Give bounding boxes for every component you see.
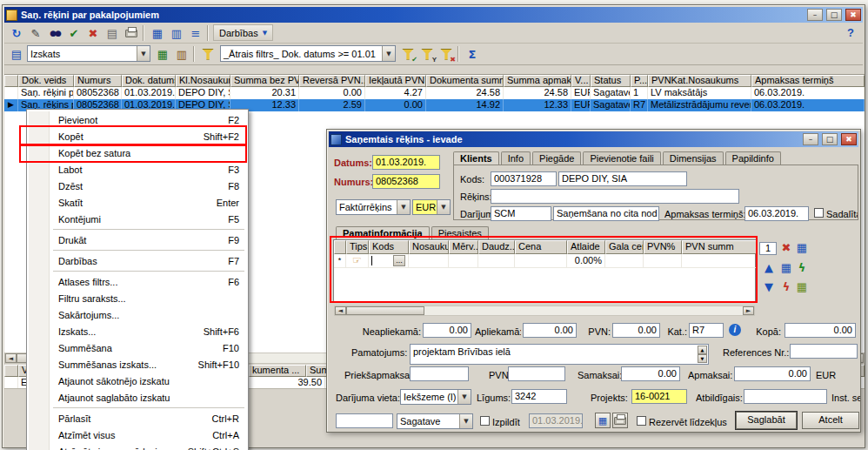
table-cell[interactable]: Metālizstrādājumu reversā PVN d... [648, 99, 751, 111]
menu-item-atlases-filtrs[interactable]: Atlases filtrs...F6 [29, 273, 246, 290]
tab-piesaistes[interactable]: Piesaistes [431, 226, 489, 239]
close-button[interactable]: ✖ [845, 9, 861, 21]
table-cell[interactable] [478, 254, 515, 268]
column-header[interactable]: Gala cena [605, 240, 644, 254]
table-cell[interactable]: EUR [571, 99, 591, 111]
neapliekama-field[interactable]: 0.00 [423, 323, 471, 338]
search-icon[interactable]: ●● [46, 24, 63, 42]
summary-header[interactable]: kumenta ... [249, 365, 306, 377]
menu-item-filtru-saraksts[interactable]: Filtru saraksts... [29, 290, 246, 306]
pvn-field[interactable]: 0.00 [612, 323, 660, 338]
tab-pamatinformacija[interactable]: Pamatinformācija [336, 226, 430, 239]
kat-field[interactable]: R7 [689, 323, 724, 338]
tab-dimensijas[interactable]: Dimensijas [663, 151, 724, 165]
quick-filter-icon[interactable] [199, 45, 217, 63]
chevron-down-icon[interactable]: ▼ [382, 46, 395, 61]
table-cell[interactable]: 2.59 [299, 99, 365, 111]
tree-view-icon[interactable]: ≡ [187, 24, 204, 42]
column-header[interactable]: Dokumenta summa [426, 75, 504, 87]
table-cell[interactable]: 12.33 [504, 99, 571, 111]
lines-horizontal-scrollbar[interactable]: ◄ ► [334, 306, 755, 316]
chevron-down-icon[interactable]: ▼ [397, 200, 410, 214]
export-rows-icon[interactable]: ▦ [794, 279, 810, 294]
refresh-icon[interactable]: ↻ [8, 24, 25, 42]
termins-field[interactable]: 06.03.2019. [744, 206, 809, 221]
edit-icon[interactable]: ✎ [27, 24, 44, 42]
table-cell[interactable] [682, 254, 757, 268]
table-cell[interactable] [605, 254, 644, 268]
delete-row-icon[interactable]: ✖ [778, 239, 794, 255]
scroll-left-icon[interactable]: ◄ [5, 353, 17, 363]
tab-klients[interactable]: Klients [453, 151, 499, 165]
ligums-field[interactable]: 3242 [511, 389, 567, 404]
spin-up-icon[interactable]: ▲ [698, 346, 707, 354]
menu-item-summesana[interactable]: SummēšanaF10 [29, 339, 246, 356]
table-row[interactable]: Saņ. rēķini par ... 08052368 01.03.2019.… [4, 87, 865, 99]
column-header[interactable]: Atlaide [567, 240, 605, 254]
column-header[interactable]: Mērv... [449, 240, 478, 254]
columns-view-icon[interactable]: ▦ [149, 24, 166, 42]
column-header[interactable]: Nosauku... [409, 240, 449, 254]
tab-pievienotie-faili[interactable]: Pievienotie faili [583, 151, 660, 165]
report-icon[interactable]: ▥ [173, 45, 190, 63]
column-header[interactable]: V... [571, 75, 591, 87]
tab-info[interactable]: Info [501, 151, 531, 165]
client-code-field[interactable]: 000371928 [491, 171, 557, 186]
table-cell[interactable]: 1 [631, 87, 648, 99]
chevron-down-icon[interactable]: ▼ [437, 200, 450, 214]
sum-icon[interactable]: Σ [464, 45, 481, 63]
execute-green-icon[interactable]: ϟ [794, 259, 810, 275]
rezervet-checkbox[interactable] [637, 416, 646, 426]
menu-item-skatit[interactable]: SkatītEnter [29, 194, 246, 211]
kopa-field[interactable]: 0.00 [785, 323, 856, 338]
info-icon[interactable]: i [729, 324, 741, 336]
spin-down-icon[interactable]: ▼ [698, 354, 707, 363]
move-row-up-icon[interactable]: ▲ [761, 259, 777, 275]
menu-item-atjaunot-saglabato[interactable]: Atjaunot saglabāto izskatu [29, 389, 246, 406]
minimize-button[interactable]: – [803, 133, 818, 145]
menu-item-parlasit[interactable]: PārlasītCtrl+R [29, 410, 246, 426]
column-header[interactable]: Numurs [74, 75, 122, 87]
datums-field[interactable]: 01.03.2019. [372, 155, 440, 170]
table-cell[interactable]: DEPO DIY, SIA [176, 87, 230, 99]
menu-item-pievienot[interactable]: PievienotF2 [29, 111, 246, 128]
table-cell[interactable] [644, 254, 682, 268]
menu-item-sakartojums[interactable]: Sakārtojums... [29, 306, 246, 323]
rekins-field[interactable] [491, 189, 739, 204]
apliekama-field[interactable]: 0.00 [523, 323, 577, 338]
copy-row-icon[interactable]: ▦ [794, 239, 810, 255]
pvn2-field[interactable] [508, 366, 565, 381]
execute-red-icon[interactable]: ϟ [778, 279, 794, 294]
actions-menu-button[interactable]: Darbības ▼ [213, 24, 273, 41]
column-header[interactable]: Daudz... [478, 240, 515, 254]
currency-combo[interactable]: EUR ▼ [412, 199, 451, 215]
quick-filter-combo[interactable]: _Ātrais filtrs_ Dok. datums >= 01.01 ▼ [220, 45, 396, 62]
table-cell[interactable] [515, 254, 567, 268]
status-combo[interactable]: Sagatave ▼ [397, 413, 473, 429]
table-cell[interactable]: LV maksātājs [648, 87, 751, 99]
table-cell[interactable]: 24.58 [426, 87, 504, 99]
darijums-name-field[interactable]: Saņemšana no cita nod [553, 206, 659, 221]
grid-button-icon[interactable]: ▦ [595, 413, 611, 428]
table-cell[interactable]: 0.00 [299, 87, 365, 99]
table-cell[interactable]: 20.31 [230, 87, 299, 99]
column-header[interactable]: Tips [346, 240, 369, 254]
column-header[interactable]: P... [631, 75, 648, 87]
close-button[interactable]: ✖ [841, 133, 857, 145]
table-cell[interactable] [449, 254, 478, 268]
menu-item-dzest[interactable]: DzēstF8 [29, 178, 246, 194]
apply-filter-icon[interactable]: ✔ [399, 45, 417, 63]
sadalita-checkbox[interactable] [814, 208, 824, 218]
numurs-field[interactable]: 08052368 [372, 174, 440, 189]
print-button[interactable] [612, 413, 628, 428]
table-cell[interactable]: 24.58 [504, 87, 571, 99]
chevron-down-icon[interactable]: ▼ [459, 414, 472, 428]
minimize-button[interactable]: – [807, 9, 823, 21]
layout-icon[interactable]: ▤ [8, 45, 25, 63]
document-icon[interactable]: ▤ [103, 24, 121, 42]
menu-item-drukat[interactable]: DrukātF9 [29, 232, 246, 248]
client-name-field[interactable]: DEPO DIY, SIA [558, 171, 687, 186]
table-cell[interactable]: Saņ. rēķini par ... [18, 87, 74, 99]
kods-cell[interactable]: ... [369, 254, 409, 268]
darijums-code-field[interactable]: SCM [491, 206, 551, 221]
